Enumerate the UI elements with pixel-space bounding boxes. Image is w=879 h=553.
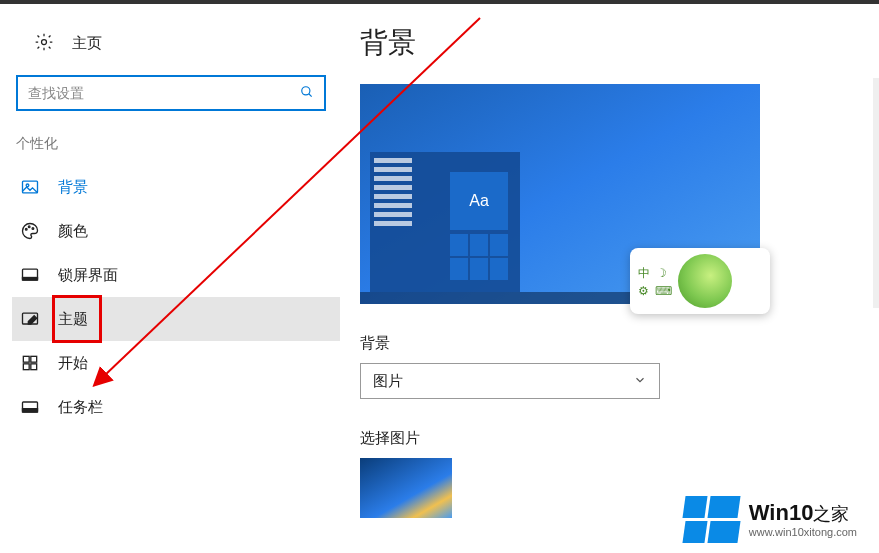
sidebar: 主页 个性化 背景	[0, 4, 340, 553]
taskbar-icon	[20, 397, 50, 417]
palette-icon	[20, 221, 50, 241]
windows-logo-icon	[684, 496, 739, 543]
sidebar-item-label: 开始	[58, 354, 88, 373]
svg-rect-13	[23, 364, 29, 370]
chevron-down-icon	[633, 373, 647, 390]
sidebar-item-colors[interactable]: 颜色	[12, 209, 340, 253]
image-thumbnail[interactable]	[360, 458, 452, 518]
key-icon: ⌨	[655, 284, 672, 298]
bg-dropdown-value: 图片	[373, 372, 403, 391]
lockscreen-icon	[20, 265, 50, 285]
brand-sub: 之家	[813, 504, 849, 524]
sidebar-item-label: 颜色	[58, 222, 88, 241]
choose-image-label: 选择图片	[360, 429, 879, 448]
moon-icon: ☽	[656, 266, 667, 280]
svg-rect-14	[31, 364, 37, 370]
sidebar-item-background[interactable]: 背景	[12, 165, 340, 209]
sidebar-item-label: 主题	[58, 310, 88, 329]
flower-icon	[678, 254, 732, 308]
svg-line-2	[309, 93, 312, 96]
ime-widget: 中☽ ⚙⌨	[630, 248, 770, 314]
search-input[interactable]	[28, 85, 300, 101]
preview-tile-text: Aa	[450, 172, 508, 230]
sidebar-item-label: 任务栏	[58, 398, 103, 417]
home-button[interactable]: 主页	[12, 24, 340, 63]
sidebar-item-lockscreen[interactable]: 锁屏界面	[12, 253, 340, 297]
watermark: Win10之家 www.win10xitong.com	[684, 496, 857, 543]
sidebar-item-label: 锁屏界面	[58, 266, 118, 285]
sidebar-item-start[interactable]: 开始	[12, 341, 340, 385]
svg-rect-9	[23, 278, 38, 281]
bg-field-label: 背景	[360, 334, 879, 353]
theme-icon	[20, 309, 50, 329]
sidebar-item-label: 背景	[58, 178, 88, 197]
svg-point-5	[25, 229, 27, 231]
scrollbar[interactable]	[873, 78, 879, 308]
gear-icon: ⚙	[638, 284, 649, 298]
preview-start-menu: Aa	[370, 152, 520, 292]
home-label: 主页	[72, 34, 102, 53]
section-label: 个性化	[12, 131, 340, 165]
svg-rect-11	[23, 356, 29, 362]
bg-dropdown[interactable]: 图片	[360, 363, 660, 399]
page-title: 背景	[360, 24, 879, 62]
gear-icon	[34, 32, 54, 55]
ime-lang-indicator: 中	[638, 265, 650, 282]
sidebar-item-taskbar[interactable]: 任务栏	[12, 385, 340, 429]
picture-icon	[20, 177, 50, 197]
sidebar-item-themes[interactable]: 主题	[12, 297, 340, 341]
svg-point-6	[28, 226, 30, 228]
svg-rect-12	[31, 356, 37, 362]
start-icon	[20, 353, 50, 373]
svg-point-1	[302, 86, 310, 94]
desktop-preview: Aa 中☽ ⚙⌨	[360, 84, 760, 304]
search-icon	[300, 85, 314, 102]
svg-point-0	[42, 40, 47, 45]
search-input-container[interactable]	[16, 75, 326, 111]
brand-main: Win10	[749, 500, 814, 525]
svg-rect-16	[23, 409, 38, 412]
brand-url: www.win10xitong.com	[749, 526, 857, 538]
main-content: 背景 Aa 中☽ ⚙⌨ 背景 图片 选择图片	[340, 4, 879, 553]
svg-point-7	[32, 228, 34, 230]
